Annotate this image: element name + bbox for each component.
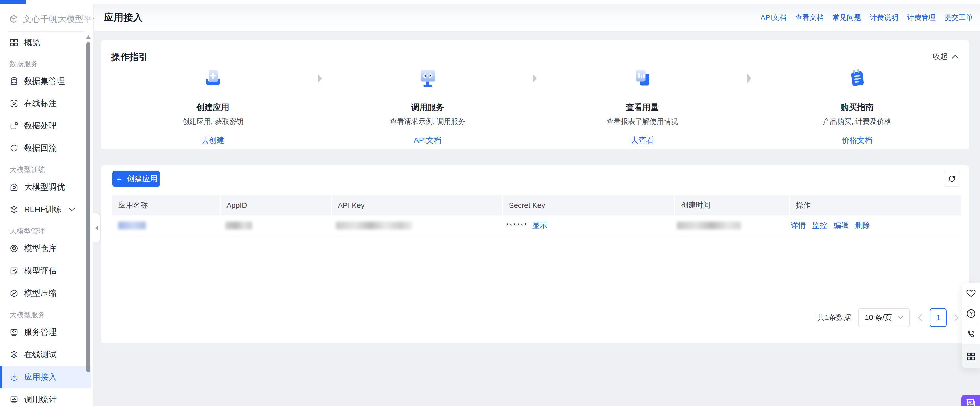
step-separator-chevron-icon (529, 73, 541, 84)
circular-arrows-icon (10, 143, 19, 153)
sidebar-item-call-statistics[interactable]: 调用统计 (0, 388, 91, 406)
sidebar-item-rlhf-training[interactable]: RLHF训练 (0, 198, 91, 221)
link-billing-management[interactable]: 计费管理 (907, 13, 935, 22)
top-strip-row (0, 0, 980, 4)
chevron-down-icon (897, 316, 903, 320)
text-cursor-artifact (816, 313, 816, 323)
grid-icon (966, 351, 977, 362)
sidebar-item-model-evaluation[interactable]: 模型评估 (0, 260, 91, 282)
favorite-button[interactable] (962, 283, 980, 303)
guide-step-call-service: 调用服务 查看请求示例, 调用服务 API文档 (326, 40, 529, 150)
chat-bubble-icon (964, 396, 977, 406)
create-app-button[interactable]: ＋ 创建应用 (112, 170, 160, 187)
crosshair-brackets-icon (10, 99, 19, 108)
sidebar-scrollbar-thumb[interactable] (86, 42, 91, 372)
scrollbar-up-arrow[interactable] (86, 35, 91, 38)
sidebar-item-dataset-management[interactable]: 数据集管理 (0, 70, 91, 92)
step-separator-chevron-icon (744, 73, 755, 84)
step-link-api-docs[interactable]: API文档 (414, 135, 441, 146)
table-row: ****** 显示 详情 监控 编辑 删除 (112, 215, 961, 236)
sidebar-item-model-repository[interactable]: 模型仓库 (0, 237, 91, 260)
pagination: 共1条数据 10 条/页 1 (816, 308, 959, 327)
show-secret-link[interactable]: 显示 (532, 220, 547, 231)
prev-page-button[interactable] (918, 314, 922, 322)
stats-chart-icon (10, 395, 19, 404)
guide-steps: 创建应用 创建应用, 获取密钥 去创建 调用服务 查看请求示例, 调用服务 AP… (111, 40, 959, 150)
chat-support-button[interactable] (961, 395, 980, 406)
link-api-docs[interactable]: API文档 (760, 13, 786, 22)
col-appid: AppID (221, 195, 331, 215)
action-details[interactable]: 详情 (791, 220, 806, 231)
link-submit-ticket[interactable]: 提交工单 (944, 13, 973, 22)
contact-phone-button[interactable] (962, 324, 980, 344)
step-desc: 查看报表了解使用情况 (607, 117, 678, 126)
sidebar-section-data-services: 数据服务 (10, 59, 38, 69)
table-header-row: 应用名称 AppID API Key Secret Key 创建时间 操作 (112, 195, 961, 215)
network-cube-icon (10, 350, 19, 359)
more-apps-button[interactable] (962, 344, 980, 368)
plus-icon: ＋ (115, 174, 123, 183)
redacted-app-name (118, 221, 146, 229)
step-desc: 创建应用, 获取密钥 (182, 117, 243, 126)
chevron-down-icon[interactable] (68, 207, 75, 212)
page-size-select[interactable]: 10 条/页 (858, 308, 910, 327)
sidebar-section-model-management: 大模型管理 (10, 226, 45, 236)
sidebar-section-llm-training: 大模型训练 (10, 165, 45, 175)
sidebar-item-service-management[interactable]: 服务管理 (0, 321, 91, 344)
question-circle-icon (966, 308, 977, 319)
col-app-name: 应用名称 (112, 195, 220, 215)
heart-icon (966, 288, 977, 298)
link-view-docs[interactable]: 查看文档 (795, 13, 824, 22)
total-count-label: 共1条数据 (817, 312, 851, 323)
step-link-go-view[interactable]: 去查看 (631, 135, 654, 146)
guide-step-view-usage: 查看用量 查看报表了解使用情况 去查看 (541, 40, 744, 150)
collapse-left-arrow-icon (95, 226, 98, 230)
step-link-price-docs[interactable]: 价格文档 (842, 135, 872, 146)
step-link-go-create[interactable]: 去创建 (202, 135, 224, 146)
call-service-icon (417, 68, 438, 90)
current-page-button[interactable]: 1 (930, 308, 947, 327)
sidebar-collapse-handle[interactable] (93, 213, 100, 243)
create-app-icon (203, 68, 223, 90)
step-title: 创建应用 (197, 102, 229, 113)
next-page-button[interactable] (954, 314, 959, 322)
action-edit[interactable]: 编辑 (834, 220, 848, 231)
database-icon (10, 76, 19, 86)
header-links: API文档 查看文档 常见问题 计费说明 计费管理 提交工单 (760, 4, 973, 31)
sidebar-item-online-testing[interactable]: 在线测试 (0, 344, 91, 366)
sidebar-item-data-processing[interactable]: 数据处理 (0, 115, 91, 137)
help-button[interactable] (962, 303, 980, 323)
step-desc: 查看请求示例, 调用服务 (390, 117, 466, 126)
floating-toolbar (962, 283, 980, 368)
sidebar: 文心千帆大模型平台 概览 数据服务 数据集管理 在线标注 数据处理 数据回流 大… (0, 4, 94, 406)
sidebar-item-overview[interactable]: 概览 (0, 32, 91, 54)
action-monitor[interactable]: 监控 (812, 220, 827, 231)
step-title: 调用服务 (411, 102, 444, 113)
col-created-time: 创建时间 (675, 195, 789, 215)
action-delete[interactable]: 删除 (855, 220, 870, 231)
redacted-api-key (336, 221, 412, 229)
hexagon-chart-icon (10, 289, 19, 298)
link-billing-info[interactable]: 计费说明 (870, 13, 898, 22)
sidebar-item-model-tuning[interactable]: 大模型调优 (0, 176, 91, 198)
download-tray-icon (10, 373, 19, 382)
link-faq[interactable]: 常见问题 (832, 13, 861, 22)
row-actions: 详情 监控 编辑 删除 (791, 220, 870, 231)
sidebar-item-data-reflow[interactable]: 数据回流 (0, 137, 91, 159)
doc-pencil-icon (10, 266, 19, 275)
sidebar-section-model-services: 大模型服务 (10, 310, 45, 320)
grid-icon (10, 38, 19, 47)
col-actions: 操作 (790, 195, 961, 215)
applications-card: ＋ 创建应用 应用名称 AppID API Key Secret Key 创建时… (101, 166, 969, 344)
frame-corner-icon (10, 121, 19, 131)
refresh-icon (948, 174, 956, 183)
guide-step-purchase-guide: 购买指南 产品购买, 计费及价格 价格文档 (755, 40, 959, 150)
sidebar-item-app-access[interactable]: 应用接入 (0, 366, 91, 388)
monitor-code-icon (10, 328, 19, 337)
refresh-button[interactable] (944, 170, 960, 187)
sidebar-item-model-compression[interactable]: 模型压缩 (0, 282, 91, 305)
purchase-guide-icon (847, 68, 867, 90)
loading-progress-strip (0, 0, 25, 4)
secret-key-mask: ****** (506, 221, 528, 230)
sidebar-item-online-annotation[interactable]: 在线标注 (0, 92, 91, 115)
